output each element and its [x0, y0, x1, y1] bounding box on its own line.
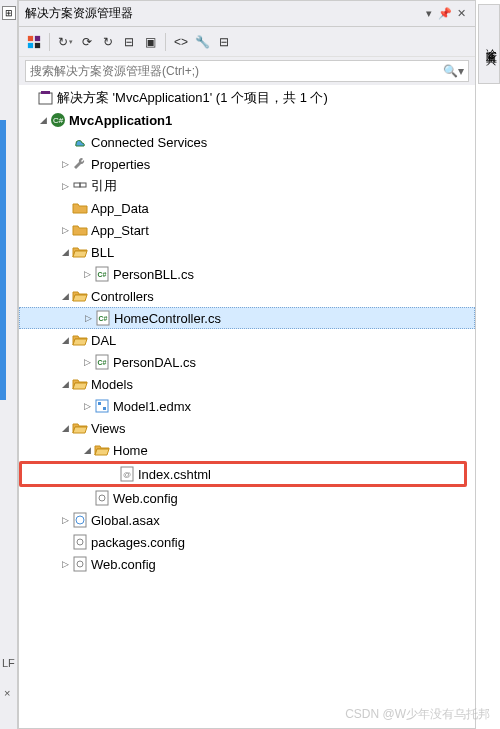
app-start-node[interactable]: ▷ App_Start — [19, 219, 475, 241]
references-node[interactable]: ▷ 引用 — [19, 175, 475, 197]
properties-node[interactable]: ▷ Properties — [19, 153, 475, 175]
views-webconfig-node[interactable]: ▶ Web.config — [19, 487, 475, 509]
dock-tab-icon[interactable]: ⊞ — [2, 6, 16, 20]
models-folder-node[interactable]: ◢ Models — [19, 373, 475, 395]
node-label: Controllers — [91, 289, 154, 304]
node-label: Properties — [91, 157, 150, 172]
separator — [49, 33, 50, 51]
expander[interactable]: ◢ — [81, 445, 93, 455]
model1-edmx-node[interactable]: ▷ Model1.edmx — [19, 395, 475, 417]
folder-icon — [71, 200, 89, 216]
refresh-button[interactable]: ↻ — [99, 31, 117, 53]
home-button[interactable] — [25, 31, 43, 53]
dal-folder-node[interactable]: ◢ DAL — [19, 329, 475, 351]
close-button[interactable]: ✕ — [453, 7, 469, 20]
cshtml-icon: @ — [118, 466, 136, 482]
svg-rect-9 — [80, 183, 86, 187]
connected-services-node[interactable]: ▶ Connected Services — [19, 131, 475, 153]
expander[interactable]: ▷ — [81, 269, 93, 279]
show-all-button[interactable]: ▣ — [141, 31, 159, 53]
search-box[interactable]: 🔍▾ — [25, 60, 469, 82]
line-ending-indicator: LF — [2, 657, 15, 669]
solution-icon — [37, 90, 55, 106]
svg-rect-8 — [74, 183, 80, 187]
node-label: PersonDAL.cs — [113, 355, 196, 370]
pin-button[interactable]: 📌 — [437, 7, 453, 20]
back-button[interactable]: ↻▾ — [56, 31, 75, 53]
expander[interactable]: ◢ — [37, 115, 49, 125]
svg-rect-2 — [28, 42, 33, 47]
diagnostic-tools-tab[interactable]: 诊断工具 — [478, 4, 500, 84]
code-button[interactable]: <> — [172, 31, 190, 53]
node-label: Web.config — [113, 491, 178, 506]
node-label: Web.config — [91, 557, 156, 572]
node-label: Model1.edmx — [113, 399, 191, 414]
csharp-file-icon: C# — [93, 266, 111, 282]
expander[interactable]: ▷ — [59, 559, 71, 569]
bll-folder-node[interactable]: ◢ BLL — [19, 241, 475, 263]
svg-text:C#: C# — [98, 359, 107, 366]
svg-rect-3 — [35, 42, 40, 47]
node-label: DAL — [91, 333, 116, 348]
csharp-project-icon: C# — [49, 112, 67, 128]
home-folder-node[interactable]: ◢ Home — [19, 439, 475, 461]
node-label: Connected Services — [91, 135, 207, 150]
search-icon[interactable]: 🔍▾ — [443, 64, 464, 78]
node-label: 引用 — [91, 177, 117, 195]
node-label: PersonBLL.cs — [113, 267, 194, 282]
expander[interactable]: ▷ — [81, 357, 93, 367]
solution-tree[interactable]: ▶ 解决方案 'MvcApplication1' (1 个项目，共 1 个) ◢… — [19, 85, 475, 728]
node-label: 解决方案 'MvcApplication1' (1 个项目，共 1 个) — [57, 89, 328, 107]
expander[interactable]: ◢ — [59, 423, 71, 433]
expander[interactable]: ▷ — [59, 181, 71, 191]
views-folder-node[interactable]: ◢ Views — [19, 417, 475, 439]
cloud-icon — [71, 134, 89, 150]
properties-button[interactable]: 🔧 — [193, 31, 212, 53]
toolbar: ↻▾ ⟳ ↻ ⊟ ▣ <> 🔧 ⊟ — [19, 27, 475, 57]
solution-node[interactable]: ▶ 解决方案 'MvcApplication1' (1 个项目，共 1 个) — [19, 87, 475, 109]
panel-title: 解决方案资源管理器 — [25, 5, 421, 22]
global-asax-node[interactable]: ▷ Global.asax — [19, 509, 475, 531]
expander[interactable]: ◢ — [59, 247, 71, 257]
node-label: App_Data — [91, 201, 149, 216]
config-icon — [71, 556, 89, 572]
expander[interactable]: ◢ — [59, 335, 71, 345]
root-webconfig-node[interactable]: ▷ Web.config — [19, 553, 475, 575]
index-cshtml-node[interactable]: ▶ @ Index.cshtml — [19, 461, 467, 487]
svg-text:C#: C# — [98, 271, 107, 278]
svg-rect-18 — [103, 407, 106, 410]
preview-button[interactable]: ⊟ — [215, 31, 233, 53]
svg-text:C#: C# — [99, 315, 108, 322]
window-position-button[interactable]: ▾ — [421, 7, 437, 20]
expander[interactable]: ◢ — [59, 291, 71, 301]
expander[interactable]: ▷ — [82, 313, 94, 323]
expander[interactable]: ▷ — [59, 159, 71, 169]
expander[interactable]: ◢ — [59, 379, 71, 389]
app-data-node[interactable]: ▶ App_Data — [19, 197, 475, 219]
collapse-button[interactable]: ⊟ — [120, 31, 138, 53]
svg-rect-1 — [35, 35, 40, 40]
person-dal-node[interactable]: ▷ C# PersonDAL.cs — [19, 351, 475, 373]
person-bll-node[interactable]: ▷ C# PersonBLL.cs — [19, 263, 475, 285]
packages-config-node[interactable]: ▶ packages.config — [19, 531, 475, 553]
search-input[interactable] — [30, 64, 443, 78]
expander[interactable]: ▷ — [59, 515, 71, 525]
folder-open-icon — [71, 376, 89, 392]
config-icon — [93, 490, 111, 506]
folder-open-icon — [71, 288, 89, 304]
references-icon — [71, 178, 89, 194]
expander[interactable]: ▷ — [81, 401, 93, 411]
home-controller-node[interactable]: ▷ C# HomeController.cs — [19, 307, 475, 329]
node-label: Models — [91, 377, 133, 392]
folder-icon — [71, 222, 89, 238]
sync-button[interactable]: ⟳ — [78, 31, 96, 53]
project-node[interactable]: ◢ C# MvcApplication1 — [19, 109, 475, 131]
controllers-folder-node[interactable]: ◢ Controllers — [19, 285, 475, 307]
svg-rect-25 — [74, 535, 86, 549]
expander[interactable]: ▷ — [59, 225, 71, 235]
folder-open-icon — [93, 442, 111, 458]
left-close-icon[interactable]: × — [4, 687, 10, 699]
wrench-icon — [71, 156, 89, 172]
asax-icon — [71, 512, 89, 528]
svg-rect-27 — [74, 557, 86, 571]
